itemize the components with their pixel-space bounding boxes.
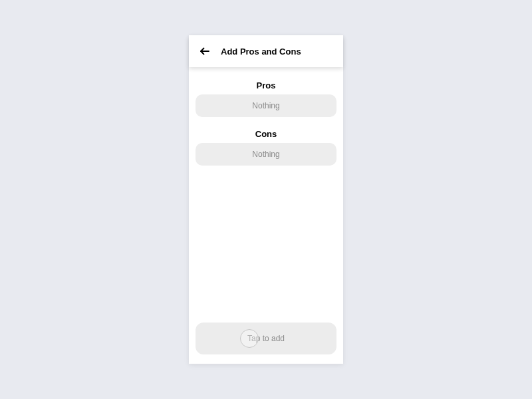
content-area: Pros Nothing Cons Nothing Tap to add bbox=[189, 67, 343, 364]
cons-empty-pill[interactable]: Nothing bbox=[196, 143, 336, 166]
appbar-title: Add Pros and Cons bbox=[221, 47, 301, 57]
appbar: Add Pros and Cons bbox=[189, 35, 343, 67]
app-screen: Add Pros and Cons Pros Nothing Cons Noth… bbox=[189, 35, 343, 364]
back-button[interactable] bbox=[197, 43, 213, 59]
arrow-left-icon bbox=[199, 45, 211, 57]
pros-empty-pill[interactable]: Nothing bbox=[196, 94, 336, 117]
tap-to-add-button[interactable]: Tap to add bbox=[196, 323, 336, 354]
cons-header: Cons bbox=[196, 129, 336, 139]
pros-header: Pros bbox=[196, 80, 336, 90]
spacer bbox=[196, 172, 336, 323]
add-button-label: Tap to add bbox=[247, 334, 285, 343]
